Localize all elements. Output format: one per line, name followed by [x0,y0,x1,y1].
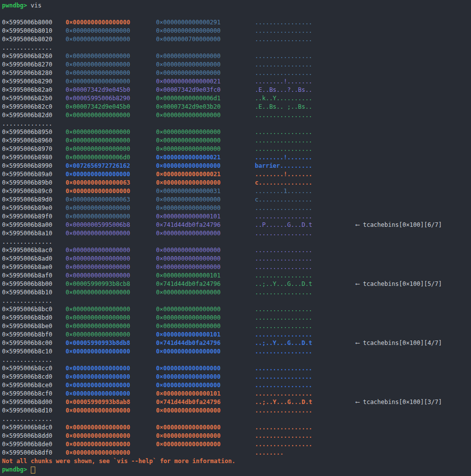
qword1-cell: 0×0000000000000000 [66,322,156,331]
qword1-cell: 0×0000000000000000 [66,381,156,390]
address-cell: 0×5995006b89b0 [2,179,66,187]
qword2-cell: 0×0000000000000000 [156,322,255,331]
ascii-cell: ................ [255,212,356,221]
qword2-cell: 0×0000000000000101 [156,331,255,339]
ascii-cell: ................ [255,229,356,238]
prompt-line: pwndbg> [2,466,471,474]
qword2-cell: 0×741d44db0fa24796 [156,221,255,229]
qword1-cell: 0×0000000000000000 [66,27,156,35]
address-cell: 0×5995006b8020 [2,35,66,44]
address-cell: 0×5995006b8dc0 [2,423,66,432]
qword1-cell: 0×0000000000000000 [66,432,156,440]
address-cell: 0×5995006b8c00 [2,339,66,347]
ascii-cell: ................ [255,128,356,136]
qword2-cell: 0×0000000000000000 [156,111,255,120]
qword2-cell [156,449,255,457]
address-cell: 0×5995006b8970 [2,145,66,153]
address-cell: 0×5995006b82a0 [2,86,66,94]
qword1-cell: 0×00000000000006d0 [66,153,156,162]
qword1-cell: 0×00000005995006b8 [66,221,156,229]
address-cell: 0×5995006b82c0 [2,103,66,111]
terminal-screen[interactable]: pwndbg> vis 0×5995006b80000×000000000000… [0,0,471,474]
ascii-cell: ................ [255,263,356,272]
address-cell: 0×5995006b8bf0 [2,331,66,339]
hexdump-row: 0×5995006b8ad00×00000000000000000×000000… [2,255,471,263]
qword1-cell: 0×0000000000000000 [66,407,156,415]
address-cell: 0×5995006b8950 [2,128,66,136]
qword1-cell: 0×0000000000000000 [66,263,156,272]
qword1-cell: 0×0000000000000000 [66,440,156,449]
address-cell: 0×5995006b8be0 [2,322,66,331]
hexdump-row: 0×5995006b80200×00000000000000000×000000… [2,35,471,44]
hexdump-row: 0×5995006b89800×00000000000006d00×000000… [2,153,471,162]
qword1-cell: 0×0000000000000000 [66,111,156,120]
hexdump-row: 0×5995006b8cc00×00000000000000000×000000… [2,364,471,373]
qword2-cell: 0×741d44db0fa24796 [156,339,255,347]
prompt-label: pwndbg> [2,1,27,10]
qword1-cell: 0×0000000000000000 [66,229,156,238]
address-cell: 0×5995006b8980 [2,153,66,162]
address-cell: 0×5995006b8cd0 [2,373,66,381]
ascii-cell: ................ [255,18,356,27]
hexdump-row: 0×5995006b8bd00×00000000000000000×000000… [2,314,471,322]
qword1-cell: 0×0000000000000000 [66,347,156,356]
ascii-cell: ................ [255,314,356,322]
qword1-cell: 0×0000000000000000 [66,314,156,322]
qword2-cell: 0×00000000000006d1 [156,94,255,103]
qword2-cell: 0×0000000000000000 [156,246,255,255]
qword2-cell: 0×0000000000000000 [156,423,255,432]
hexdump-row: 0×5995006b8de00×00000000000000000×000000… [2,440,471,449]
hexdump-row: 0×5995006b82700×00000000000000000×000000… [2,61,471,69]
tcachebin-annotation: ⟵ tcachebins[0×100][4/7] [356,339,442,347]
address-cell: 0×5995006b8270 [2,61,66,69]
qword1-cell: 0×0000000000000000 [66,449,156,457]
address-cell: 0×5995006b8ad0 [2,255,66,263]
address-cell: 0×5995006b8df0 [2,449,66,457]
address-cell: 0×5995006b8260 [2,52,66,61]
ascii-cell: ..P......G...D.t [255,221,356,229]
qword2-cell: 0×0000000000000000 [156,407,255,415]
address-cell: 0×5995006b8cf0 [2,390,66,398]
address-cell: 0×5995006b82b0 [2,94,66,103]
ascii-cell: ................ [255,255,356,263]
ascii-cell: ..k..Y.......... [255,94,356,103]
ascii-cell: ................ [255,61,356,69]
address-cell: 0×5995006b8dd0 [2,432,66,440]
address-cell: 0×5995006b8290 [2,77,66,86]
address-cell: 0×5995006b8280 [2,69,66,77]
hexdump-row: 0×5995006b89c00×00000000000000000×000000… [2,187,471,196]
ascii-cell: .E..Bs...?..Bs.. [255,86,356,94]
qword1-cell: 0×0000000000000063 [66,196,156,204]
qword2-cell: 0×741d44db0fa24796 [156,280,255,288]
ascii-cell: ........!....... [255,170,356,179]
qword1-cell: 0×0000000000000063 [66,179,156,187]
qword2-cell: 0×0000000000000000 [156,314,255,322]
qword1-cell: 0×0000000000000000 [66,331,156,339]
hexdump-row: 0×5995006b82600×00000000000000000×000000… [2,52,471,61]
qword2-cell: 0×0000000000000101 [156,390,255,398]
hexdump-row: 0×5995006b8a100×00000000000000000×000000… [2,229,471,238]
qword2-cell: 0×0000000000000000 [156,288,255,297]
ascii-cell: ................ [255,246,356,255]
tcachebin-annotation: ⟵ tcachebins[0×100][3/7] [356,398,442,407]
ascii-cell: .E..Bs.. ;..Bs.. [255,103,356,111]
qword2-cell: 0×0000000000000291 [156,18,255,27]
hexdump-row: 0×5995006b89a00×00000000000000000×000000… [2,170,471,179]
qword2-cell: 0×741d44db0fa24796 [156,398,255,407]
hexdump-row: 0×5995006b8b000×00005990993b8cb80×741d44… [2,280,471,288]
ascii-cell: ................ [255,440,356,449]
hexdump-row: 0×5995006b8a000×00000005995006b80×741d44… [2,221,471,229]
hexdump-row: 0×5995006b80100×00000000000000000×000000… [2,27,471,35]
address-cell: 0×5995006b8ae0 [2,263,66,272]
hexdump-row: 0×5995006b8af00×00000000000000000×000000… [2,272,471,280]
hexdump-row: 0×5995006b8dd00×00000000000000000×000000… [2,432,471,440]
ascii-cell: ................ [255,204,356,212]
hexdump-row: 0×5995006b89500×00000000000000000×000000… [2,128,471,136]
address-cell: 0×5995006b8ce0 [2,381,66,390]
qword2-cell: 0×0000000000000000 [156,69,255,77]
ascii-cell: ........!....... [255,77,356,86]
hexdump-row: 0×5995006b8be00×00000000000000000×000000… [2,322,471,331]
hexdump-row: 0×5995006b82800×00000000000000000×000000… [2,69,471,77]
address-cell: 0×5995006b8a00 [2,221,66,229]
qword2-cell: 0×0000000000000000 [156,145,255,153]
